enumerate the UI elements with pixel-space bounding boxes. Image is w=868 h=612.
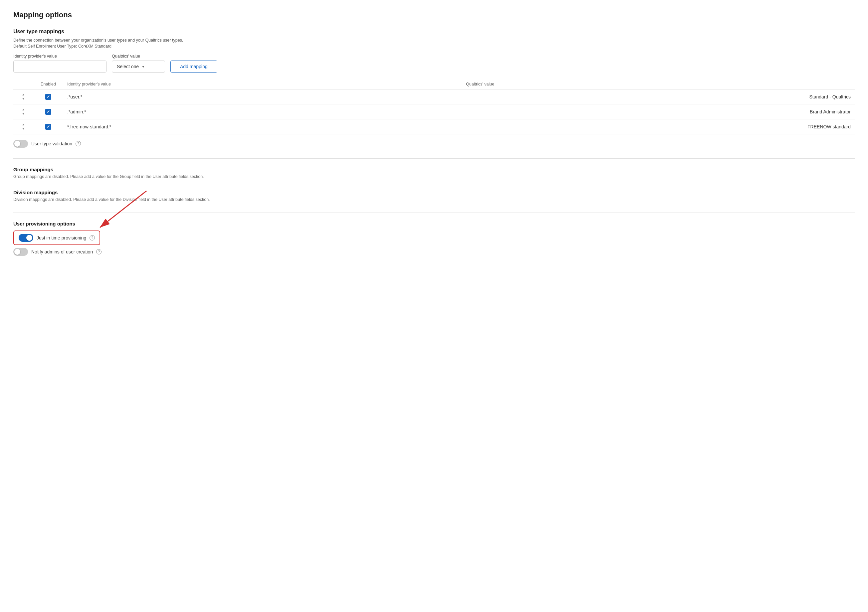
enabled-checkbox-2[interactable]: [45, 109, 51, 115]
user-type-validation-row: User type validation ?: [13, 140, 855, 148]
enabled-checkbox-3[interactable]: [45, 124, 51, 130]
user-type-mappings-heading: User type mappings: [13, 29, 855, 35]
table-row: ▲ ▼ .*admin.* Brand Administrator: [13, 104, 855, 119]
annotation-container: User provisioning options Just in time p…: [13, 221, 855, 256]
group-mappings-section: Group mappings Group mappings are disabl…: [13, 167, 855, 179]
user-provisioning-options-section: User provisioning options Just in time p…: [13, 221, 855, 256]
table-row: ▲ ▼ *.free-now-standard.* FREENOW standa…: [13, 119, 855, 134]
just-in-time-provisioning-label: Just in time provisioning: [37, 235, 86, 241]
table-row: ▲ ▼ .*user.* Standard - Qualtrics: [13, 90, 855, 104]
identity-provider-label: Identity provider's value: [13, 54, 107, 59]
division-mappings-heading: Division mappings: [13, 190, 855, 195]
user-type-mappings-desc2: Default Self Enrollment User Type: CoreX…: [13, 44, 855, 49]
user-type-mappings-section: User type mappings Define the connection…: [13, 29, 855, 148]
enabled-checkbox-1[interactable]: [45, 94, 51, 100]
just-in-time-provisioning-row: Just in time provisioning ?: [13, 230, 855, 245]
sort-controls-3: ▲ ▼: [17, 123, 29, 131]
qualtrics-value-label: Qualtrics' value: [112, 54, 165, 59]
sort-up-button-3[interactable]: ▲: [21, 123, 26, 127]
just-in-time-help-icon[interactable]: ?: [90, 235, 95, 241]
notify-admins-help-icon[interactable]: ?: [96, 249, 102, 255]
chevron-down-icon: ▼: [141, 65, 145, 68]
qualtrics-value-field-group: Qualtrics' value Select one ▼: [112, 54, 165, 73]
user-type-mappings-desc1: Define the connection between your organ…: [13, 38, 855, 43]
mapping-table: Enabled Identity provider's value Qualtr…: [13, 79, 855, 134]
add-mapping-button[interactable]: Add mapping: [170, 60, 217, 73]
sort-up-button-1[interactable]: ▲: [21, 93, 26, 96]
division-mappings-desc: Division mappings are disabled. Please a…: [13, 197, 855, 202]
notify-admins-row: Notify admins of user creation ?: [13, 248, 855, 256]
identity-provider-field-group: Identity provider's value: [13, 54, 107, 73]
qualtrics-value-3: FREENOW standard: [462, 119, 855, 134]
group-mappings-desc: Group mappings are disabled. Please add …: [13, 174, 855, 179]
page-title: Mapping options: [13, 11, 855, 19]
select-placeholder: Select one: [117, 64, 139, 69]
table-sort-header: [13, 79, 33, 90]
user-provisioning-options-heading: User provisioning options: [13, 221, 855, 227]
user-type-validation-toggle[interactable]: [13, 140, 28, 148]
sort-down-button-2[interactable]: ▼: [21, 112, 26, 116]
divider-1: [13, 158, 855, 159]
identity-value-1: .*user.*: [63, 90, 462, 104]
qualtrics-value-select[interactable]: Select one ▼: [112, 60, 165, 73]
table-qualtrics-header: Qualtrics' value: [462, 79, 855, 90]
identity-value-2: .*admin.*: [63, 104, 462, 119]
division-mappings-section: Division mappings Division mappings are …: [13, 190, 855, 202]
identity-value-3: *.free-now-standard.*: [63, 119, 462, 134]
user-type-validation-help-icon[interactable]: ?: [76, 141, 81, 146]
just-in-time-highlight-box: Just in time provisioning ?: [13, 230, 100, 245]
table-enabled-header: Enabled: [33, 79, 63, 90]
sort-down-button-1[interactable]: ▼: [21, 97, 26, 101]
add-mapping-form: Identity provider's value Qualtrics' val…: [13, 54, 855, 73]
sort-down-button-3[interactable]: ▼: [21, 127, 26, 131]
identity-provider-input[interactable]: [13, 60, 107, 73]
just-in-time-provisioning-toggle[interactable]: [19, 234, 33, 242]
notify-admins-label: Notify admins of user creation: [31, 249, 93, 255]
sort-controls-1: ▲ ▼: [17, 93, 29, 101]
user-type-validation-label: User type validation: [31, 141, 72, 146]
notify-admins-toggle[interactable]: [13, 248, 28, 256]
group-mappings-heading: Group mappings: [13, 167, 855, 172]
sort-controls-2: ▲ ▼: [17, 108, 29, 116]
sort-up-button-2[interactable]: ▲: [21, 108, 26, 111]
qualtrics-value-1: Standard - Qualtrics: [462, 90, 855, 104]
qualtrics-value-2: Brand Administrator: [462, 104, 855, 119]
table-identity-header: Identity provider's value: [63, 79, 462, 90]
